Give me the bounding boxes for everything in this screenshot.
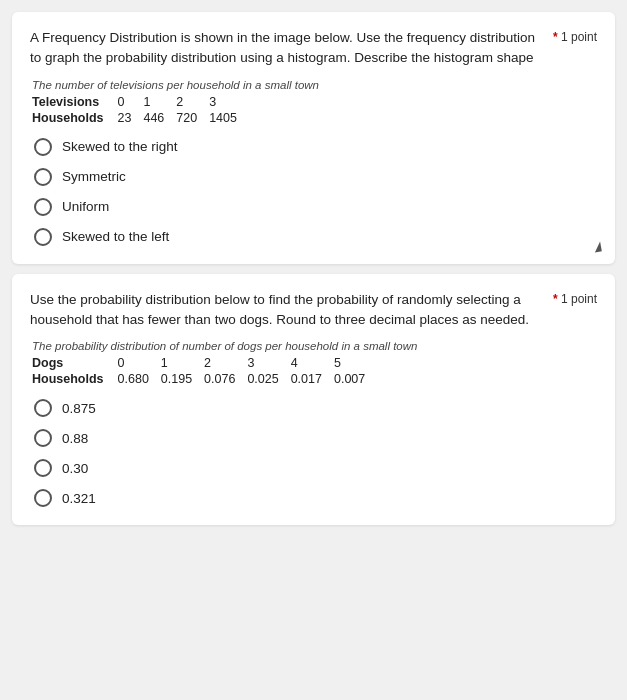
q2-row2-val2: 0.076 <box>204 371 247 387</box>
q2-options: 0.875 0.88 0.30 0.321 <box>34 399 597 507</box>
q1-option-d[interactable]: Skewed to the left <box>34 228 597 246</box>
q1-radio-b[interactable] <box>34 168 52 186</box>
q2-option-a[interactable]: 0.875 <box>34 399 597 417</box>
q2-data-table-section: The probability distribution of number o… <box>32 340 597 387</box>
q1-row1-header: Televisions <box>32 94 118 110</box>
q2-label-b: 0.88 <box>62 431 88 446</box>
q2-table: Dogs 0 1 2 3 4 5 Households 0.680 0.195 … <box>32 355 377 387</box>
q1-option-a[interactable]: Skewed to the right <box>34 138 597 156</box>
q1-label-c: Uniform <box>62 199 109 214</box>
q2-header: Use the probability distribution below t… <box>30 290 597 331</box>
q1-row1-val0: 0 <box>118 94 144 110</box>
q2-row2-val4: 0.017 <box>291 371 334 387</box>
q1-text: A Frequency Distribution is shown in the… <box>30 28 553 69</box>
q2-row2-val3: 0.025 <box>247 371 290 387</box>
q2-row1-val1: 1 <box>161 355 204 371</box>
q2-label-c: 0.30 <box>62 461 88 476</box>
q1-label-d: Skewed to the left <box>62 229 169 244</box>
q1-row2-header: Households <box>32 110 118 126</box>
q1-row1-val1: 1 <box>143 94 176 110</box>
q1-row2-val1: 446 <box>143 110 176 126</box>
q2-option-d[interactable]: 0.321 <box>34 489 597 507</box>
page-wrapper: A Frequency Distribution is shown in the… <box>0 0 627 537</box>
cursor-indicator <box>593 241 602 252</box>
q1-header: A Frequency Distribution is shown in the… <box>30 28 597 69</box>
q2-radio-d[interactable] <box>34 489 52 507</box>
q1-row2-val2: 720 <box>176 110 209 126</box>
q2-row2-val1: 0.195 <box>161 371 204 387</box>
q1-data-table-section: The number of televisions per household … <box>32 79 597 126</box>
q2-option-c[interactable]: 0.30 <box>34 459 597 477</box>
table-row: Households 0.680 0.195 0.076 0.025 0.017… <box>32 371 377 387</box>
q1-label-b: Symmetric <box>62 169 126 184</box>
q1-row2-val0: 23 <box>118 110 144 126</box>
q1-table-title: The number of televisions per household … <box>32 79 597 91</box>
q1-row2-val3: 1405 <box>209 110 249 126</box>
q2-row1-header: Dogs <box>32 355 118 371</box>
q1-row1-val2: 2 <box>176 94 209 110</box>
q2-radio-a[interactable] <box>34 399 52 417</box>
question-2-card: Use the probability distribution below t… <box>12 274 615 526</box>
q2-point-badge: 1 point <box>553 290 597 306</box>
q2-row2-header: Households <box>32 371 118 387</box>
q2-row2-val0: 0.680 <box>118 371 161 387</box>
table-row: Dogs 0 1 2 3 4 5 <box>32 355 377 371</box>
q2-radio-b[interactable] <box>34 429 52 447</box>
q2-row1-val2: 2 <box>204 355 247 371</box>
q2-row1-val3: 3 <box>247 355 290 371</box>
table-row: Households 23 446 720 1405 <box>32 110 249 126</box>
q2-row2-val5: 0.007 <box>334 371 377 387</box>
q1-label-a: Skewed to the right <box>62 139 178 154</box>
q2-row1-val5: 5 <box>334 355 377 371</box>
q1-point-badge: 1 point <box>553 28 597 44</box>
question-1-card: A Frequency Distribution is shown in the… <box>12 12 615 264</box>
q1-radio-d[interactable] <box>34 228 52 246</box>
q2-row1-val4: 4 <box>291 355 334 371</box>
q1-row1-val3: 3 <box>209 94 249 110</box>
q2-table-title: The probability distribution of number o… <box>32 340 597 352</box>
q2-label-d: 0.321 <box>62 491 96 506</box>
q2-option-b[interactable]: 0.88 <box>34 429 597 447</box>
q1-option-b[interactable]: Symmetric <box>34 168 597 186</box>
q2-text: Use the probability distribution below t… <box>30 290 553 331</box>
q2-label-a: 0.875 <box>62 401 96 416</box>
q1-radio-a[interactable] <box>34 138 52 156</box>
q2-row1-val0: 0 <box>118 355 161 371</box>
table-row: Televisions 0 1 2 3 <box>32 94 249 110</box>
q1-options: Skewed to the right Symmetric Uniform Sk… <box>34 138 597 246</box>
q1-table: Televisions 0 1 2 3 Households 23 446 72… <box>32 94 249 126</box>
q2-radio-c[interactable] <box>34 459 52 477</box>
q1-option-c[interactable]: Uniform <box>34 198 597 216</box>
q1-radio-c[interactable] <box>34 198 52 216</box>
